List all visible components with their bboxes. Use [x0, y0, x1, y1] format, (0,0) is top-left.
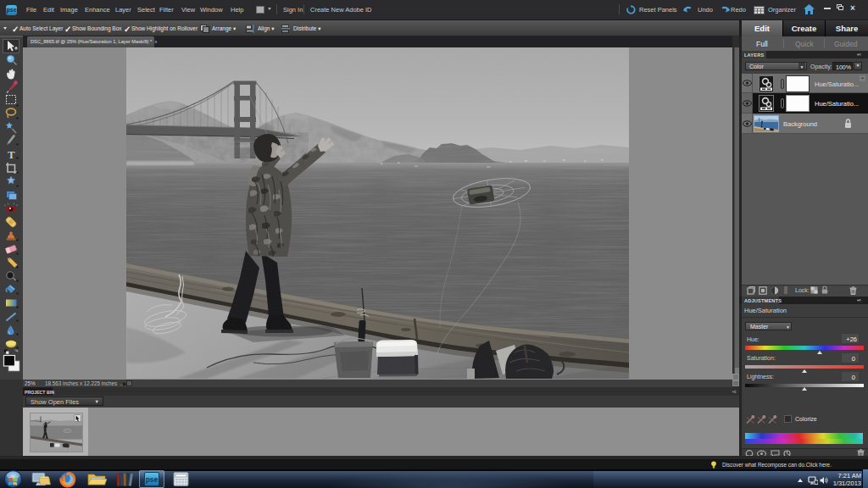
svg-text:T: T	[8, 148, 15, 161]
